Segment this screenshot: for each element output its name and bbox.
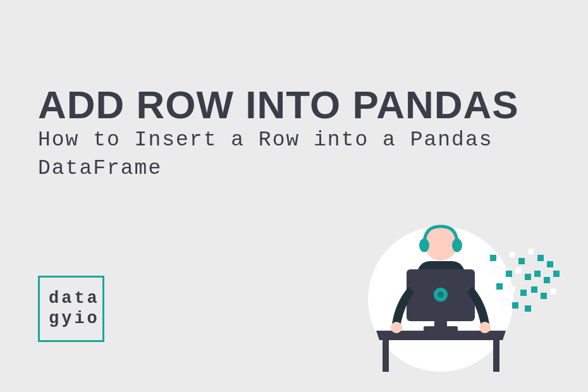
page-subtitle: How to Insert a Row into a Pandas DataFr…	[38, 126, 518, 183]
logo-line-1: data	[49, 289, 100, 309]
svg-rect-2	[499, 248, 506, 255]
svg-rect-18	[531, 286, 537, 293]
svg-rect-6	[537, 255, 544, 261]
svg-rect-12	[534, 271, 541, 277]
svg-rect-5	[528, 248, 534, 255]
svg-rect-32	[424, 326, 458, 331]
logo-line-2: gyio	[49, 309, 100, 329]
svg-rect-25	[493, 340, 499, 372]
svg-rect-21	[512, 302, 518, 309]
datagy-logo: data gyio	[38, 276, 104, 342]
svg-point-29	[452, 238, 462, 252]
svg-rect-10	[515, 267, 522, 274]
svg-rect-15	[496, 283, 503, 290]
svg-rect-19	[541, 293, 547, 299]
svg-point-28	[419, 238, 429, 252]
page-title: ADD ROW INTO PANDAS	[38, 82, 519, 127]
svg-rect-8	[493, 267, 499, 274]
svg-rect-9	[506, 271, 512, 277]
svg-rect-22	[525, 305, 531, 312]
svg-rect-16	[509, 286, 515, 293]
svg-rect-17	[520, 290, 527, 296]
svg-rect-14	[553, 271, 560, 277]
person-computer-illustration	[357, 214, 566, 372]
svg-rect-20	[550, 288, 556, 295]
svg-rect-24	[383, 340, 389, 372]
svg-rect-23	[503, 299, 509, 305]
svg-point-35	[391, 322, 402, 333]
svg-rect-11	[525, 274, 531, 280]
svg-rect-13	[544, 277, 550, 283]
svg-rect-1	[490, 255, 496, 261]
svg-rect-4	[518, 258, 525, 264]
svg-point-36	[479, 322, 491, 333]
svg-rect-7	[547, 261, 553, 267]
svg-point-34	[438, 291, 444, 298]
svg-rect-3	[509, 252, 515, 258]
